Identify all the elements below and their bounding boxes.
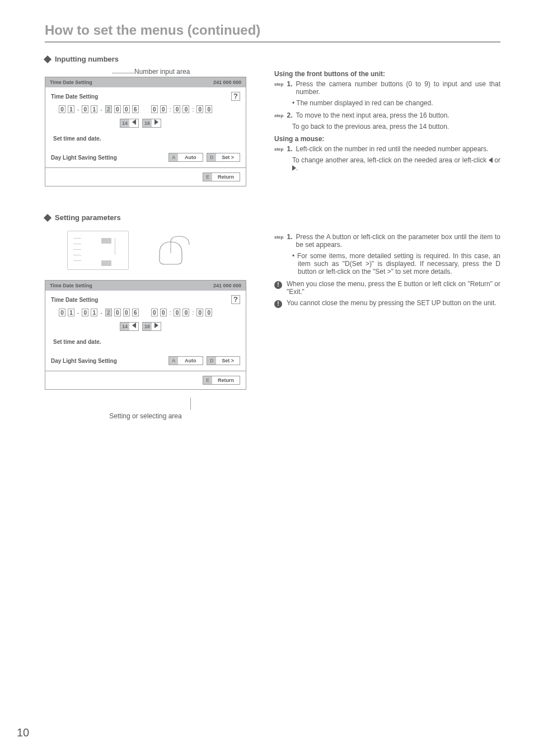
triangle-right-icon (152, 119, 161, 127)
panel-subtitle: Time Date Setting (51, 297, 98, 303)
callout-line (190, 398, 191, 410)
callout-number-input-area: Number input area (134, 68, 257, 76)
button-value: Auto (178, 153, 203, 161)
button-letter: E (203, 173, 212, 181)
time-digit[interactable]: 0 (160, 309, 167, 316)
bullet-text: • For some items, more detailed setting … (298, 252, 500, 276)
time-digit[interactable]: 0 (205, 105, 212, 113)
nav-next-num: 16 (143, 119, 152, 127)
date-digit-editable[interactable]: 2 (105, 105, 112, 113)
step-text: Press the camera number buttons (0 to 9)… (296, 80, 500, 96)
note-text: You cannot close the menu by pressing th… (287, 299, 496, 308)
date-digit[interactable]: 1 (91, 105, 97, 113)
sep: : (191, 106, 194, 113)
date-digit-editable[interactable]: 2 (105, 309, 112, 316)
return-button[interactable]: E Return (203, 376, 240, 385)
step-number: 2. (287, 111, 292, 119)
sep: - (77, 106, 79, 113)
date-digit[interactable]: 0 (114, 309, 121, 316)
time-digit[interactable]: 0 (174, 309, 180, 316)
date-digit[interactable]: 0 (59, 309, 65, 316)
sep: : (169, 106, 172, 113)
auto-button[interactable]: A Auto (168, 153, 203, 162)
date-time-row: 0 1 - 0 1 - 2 0 0 6 0 0 : 0 (59, 309, 240, 316)
section-heading-inputting: Inputting numbers (45, 55, 500, 63)
auto-button[interactable]: A Auto (168, 356, 203, 365)
triangle-left-icon (489, 157, 493, 163)
date-digit[interactable]: 6 (132, 309, 139, 316)
date-digit[interactable]: 0 (82, 309, 88, 316)
button-value: Return (212, 173, 240, 181)
date-digit[interactable]: 0 (123, 309, 130, 316)
time-digit[interactable]: 0 (196, 105, 203, 113)
bullet-text: • The number displayed in red can be cha… (298, 99, 500, 107)
triangle-left-icon (129, 119, 138, 127)
page-number: 10 (17, 726, 29, 739)
sep: - (100, 310, 102, 316)
panel-header-title: Time Date Setting (50, 283, 92, 288)
panel-header: Time Date Setting 241 000 000 (45, 77, 246, 87)
nav-next-button[interactable]: 16 (142, 119, 161, 128)
help-button[interactable]: ? (231, 92, 240, 101)
help-button[interactable]: ? (231, 295, 240, 304)
return-button[interactable]: E Return (203, 172, 240, 181)
time-digit[interactable]: 0 (182, 105, 189, 113)
button-letter: E (203, 376, 212, 384)
triangle-right-icon (152, 323, 161, 330)
triangle-left-icon (129, 323, 138, 330)
time-digit[interactable]: 0 (182, 309, 189, 316)
date-digit[interactable]: 6 (132, 105, 139, 113)
set-button[interactable]: D Set > (207, 153, 240, 162)
step-number: 1. (287, 80, 292, 96)
date-digit[interactable]: 1 (91, 309, 97, 316)
button-letter: D (207, 357, 216, 365)
instruction-text: Set time and date. (53, 339, 240, 345)
sep: - (100, 106, 102, 113)
body-text: To change another area, left-click on th… (292, 156, 500, 172)
step-number: 1. (287, 145, 292, 153)
button-value: Return (212, 376, 240, 384)
page-title: How to set the menus (continued) (45, 22, 500, 43)
time-digit[interactable]: 0 (174, 105, 180, 113)
set-button[interactable]: D Set > (207, 356, 240, 365)
date-digit[interactable]: 0 (82, 105, 88, 113)
nav-next-num: 16 (143, 323, 152, 330)
date-digit[interactable]: 0 (59, 105, 65, 113)
panel-subtitle: Time Date Setting (51, 94, 98, 100)
date-digit[interactable]: 0 (114, 105, 121, 113)
step-label: step (274, 82, 283, 96)
dls-label: Day Light Saving Setting (51, 155, 117, 161)
time-digit[interactable]: 0 (160, 105, 167, 113)
button-letter: A (169, 153, 178, 161)
date-digit[interactable]: 0 (123, 105, 130, 113)
date-digit[interactable]: 1 (68, 309, 74, 316)
nav-prev-button[interactable]: 14 (120, 119, 139, 128)
time-digit[interactable]: 0 (205, 309, 212, 316)
nav-prev-num: 14 (120, 119, 129, 127)
nav-prev-button[interactable]: 14 (120, 322, 139, 331)
sep: - (77, 310, 79, 316)
info-icon: ! (274, 281, 282, 289)
body-text: To go back to the previous area, press t… (292, 123, 500, 130)
button-value: Auto (178, 357, 203, 365)
panel-header: Time Date Setting 241 000 000 (45, 281, 246, 291)
nav-prev-num: 14 (120, 323, 129, 330)
mouse-illustration (151, 234, 196, 267)
time-digit[interactable]: 0 (151, 309, 158, 316)
step-text: To move to the next input area, press th… (296, 111, 449, 119)
unit-panel-illustration (67, 231, 129, 270)
section-heading-text: Inputting numbers (55, 55, 119, 63)
time-digit[interactable]: 0 (151, 105, 158, 113)
step-label: step (274, 113, 283, 119)
time-digit[interactable]: 0 (196, 309, 203, 316)
instruction-text: Set time and date. (53, 136, 240, 142)
section-heading-text: Setting parameters (55, 213, 121, 222)
step-label: step (274, 147, 283, 153)
diamond-icon (44, 213, 51, 221)
dls-label: Day Light Saving Setting (51, 358, 117, 364)
nav-next-button[interactable]: 16 (142, 322, 161, 331)
date-digit[interactable]: 1 (68, 105, 74, 113)
date-time-row: 0 1 - 0 1 - 2 0 0 6 0 0 : 0 (59, 105, 240, 113)
sep: : (169, 310, 172, 316)
callout-setting-area: Setting or selecting area (45, 412, 246, 420)
